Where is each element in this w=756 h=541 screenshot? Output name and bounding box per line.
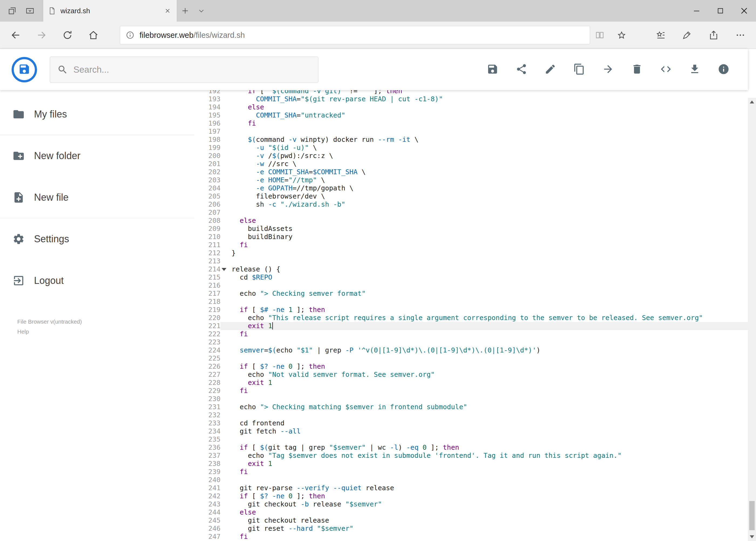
code-line-201[interactable]: 201 -w //src \ — [194, 160, 748, 168]
sidebar-item-logout[interactable]: Logout — [0, 260, 194, 301]
code-line-193[interactable]: 193 COMMIT_SHA="$(git rev-parse HEAD | c… — [194, 95, 748, 103]
scroll-down-icon[interactable] — [750, 535, 754, 538]
code-line-207[interactable]: 207 — [194, 209, 748, 217]
code-line-194[interactable]: 194 else — [194, 103, 748, 111]
browser-tab[interactable]: wizard.sh — [43, 0, 177, 22]
code-line-216[interactable]: 216 — [194, 281, 748, 289]
code-line-244[interactable]: 244 else — [194, 508, 748, 516]
code-line-221[interactable]: 221 exit 1 — [194, 322, 748, 330]
share-button[interactable] — [512, 60, 531, 79]
tab-preview-icon[interactable] — [21, 0, 39, 22]
code-line-235[interactable]: 235 — [194, 435, 748, 443]
back-button[interactable] — [3, 22, 29, 49]
code-line-247[interactable]: 247 fi — [194, 533, 748, 541]
code-line-196[interactable]: 196 fi — [194, 119, 748, 128]
code-line-232[interactable]: 232 — [194, 411, 748, 419]
code-line-219[interactable]: 219 if [ $# -ne 1 ]; then — [194, 306, 748, 314]
search-box[interactable] — [50, 56, 319, 83]
reading-view-icon[interactable] — [590, 22, 610, 49]
code-line-226[interactable]: 226 if [ $? -ne 0 ]; then — [194, 362, 748, 370]
scroll-up-icon[interactable] — [750, 101, 754, 104]
code-line-212[interactable]: 212} — [194, 249, 748, 257]
home-button[interactable] — [81, 22, 106, 49]
code-line-220[interactable]: 220 echo "This release script requires a… — [194, 314, 748, 322]
code-line-209[interactable]: 209 buildAssets — [194, 225, 748, 233]
site-info-icon[interactable] — [126, 31, 135, 40]
scrollbar-thumb[interactable] — [749, 501, 755, 530]
hub-icon[interactable] — [648, 22, 674, 49]
code-line-214[interactable]: 214release () { — [194, 265, 748, 273]
code-line-198[interactable]: 198 $(command -v winpty) docker run --rm… — [194, 136, 748, 144]
code-line-243[interactable]: 243 git checkout -b release "$semver" — [194, 500, 748, 508]
favorite-star-icon[interactable] — [610, 22, 634, 49]
browser-share-icon[interactable] — [700, 22, 727, 49]
tab-dropdown-icon[interactable] — [193, 0, 209, 22]
code-line-246[interactable]: 246 git reset --hard "$semver" — [194, 525, 748, 533]
move-button[interactable] — [599, 60, 618, 79]
address-bar[interactable]: filebrowser.web/files/wizard.sh — [120, 26, 590, 44]
code-line-234[interactable]: 234 git fetch --all — [194, 427, 748, 435]
tab-close-icon[interactable] — [162, 5, 173, 17]
code-line-205[interactable]: 205 filebrowser/dev \ — [194, 192, 748, 201]
help-link[interactable]: Help — [17, 326, 82, 336]
code-line-199[interactable]: 199 -u "$(id -u)" \ — [194, 144, 748, 152]
code-line-237[interactable]: 237 echo "Tag $semver does not exist in … — [194, 452, 748, 460]
page-scrollbar[interactable] — [748, 98, 756, 541]
code-editor[interactable]: 192 if [ "$(command -v git)" != "" ]; th… — [194, 49, 748, 541]
filebrowser-logo[interactable] — [12, 57, 37, 82]
code-line-233[interactable]: 233 cd frontend — [194, 419, 748, 427]
code-line-242[interactable]: 242 if [ $? -ne 0 ]; then — [194, 492, 748, 500]
code-line-213[interactable]: 213 — [194, 257, 748, 265]
code-line-217[interactable]: 217 echo "> Checking semver format" — [194, 289, 748, 297]
delete-button[interactable] — [627, 60, 647, 79]
code-line-240[interactable]: 240 — [194, 476, 748, 484]
window-close-button[interactable] — [732, 0, 756, 22]
download-button[interactable] — [685, 60, 704, 79]
set-tabs-aside-icon[interactable] — [3, 0, 21, 22]
sidebar-item-my-files[interactable]: My files — [0, 94, 194, 135]
code-line-230[interactable]: 230 — [194, 395, 748, 403]
window-minimize-button[interactable] — [685, 0, 708, 22]
fold-arrow-icon[interactable] — [222, 268, 226, 271]
code-line-204[interactable]: 204 -e GOPATH=//tmp/gopath \ — [194, 184, 748, 192]
new-tab-button[interactable] — [177, 0, 193, 22]
code-line-197[interactable]: 197 — [194, 128, 748, 136]
code-line-229[interactable]: 229 fi — [194, 387, 748, 395]
editor-view-button[interactable] — [656, 60, 675, 79]
refresh-button[interactable] — [55, 22, 81, 49]
copy-button[interactable] — [570, 60, 589, 79]
code-line-238[interactable]: 238 exit 1 — [194, 460, 748, 468]
info-button[interactable] — [714, 60, 733, 79]
sidebar-item-new-folder[interactable]: New folder — [0, 135, 194, 177]
more-menu-icon[interactable] — [727, 22, 754, 49]
code-line-223[interactable]: 223 — [194, 338, 748, 346]
code-line-200[interactable]: 200 -v /$(pwd):/src:z \ — [194, 152, 748, 160]
sidebar-item-new-file[interactable]: New file — [0, 177, 194, 218]
code-line-215[interactable]: 215 cd $REPO — [194, 273, 748, 281]
code-line-227[interactable]: 227 echo "Not valid semver format. See s… — [194, 370, 748, 379]
window-maximize-button[interactable] — [708, 0, 732, 22]
code-line-222[interactable]: 222 fi — [194, 330, 748, 338]
code-line-210[interactable]: 210 buildBinary — [194, 233, 748, 241]
code-line-228[interactable]: 228 exit 1 — [194, 379, 748, 387]
code-line-225[interactable]: 225 — [194, 354, 748, 362]
code-line-206[interactable]: 206 sh -c "./wizard.sh -b" — [194, 201, 748, 209]
code-line-239[interactable]: 239 fi — [194, 468, 748, 476]
code-line-195[interactable]: 195 COMMIT_SHA="untracked" — [194, 111, 748, 119]
code-line-231[interactable]: 231 echo "> Checking matching $semver in… — [194, 403, 748, 411]
code-line-208[interactable]: 208 else — [194, 217, 748, 225]
code-line-245[interactable]: 245 git checkout release — [194, 516, 748, 525]
code-line-202[interactable]: 202 -e COMMIT_SHA=$COMMIT_SHA \ — [194, 168, 748, 176]
save-button[interactable] — [483, 60, 502, 79]
code-line-203[interactable]: 203 -e HOME="//tmp" \ — [194, 176, 748, 184]
forward-button[interactable] — [29, 22, 55, 49]
search-input[interactable] — [74, 65, 311, 75]
code-line-241[interactable]: 241 git rev-parse --verify --quiet relea… — [194, 484, 748, 492]
code-line-236[interactable]: 236 if [ $(git tag | grep "$semver" | wc… — [194, 443, 748, 452]
code-line-218[interactable]: 218 — [194, 297, 748, 306]
rename-button[interactable] — [541, 60, 560, 79]
code-line-211[interactable]: 211 fi — [194, 241, 748, 249]
web-note-pen-icon[interactable] — [674, 22, 700, 49]
sidebar-item-settings[interactable]: Settings — [0, 218, 194, 260]
code-line-224[interactable]: 224 semver=$(echo "$1" | grep -P '^v(0|[… — [194, 346, 748, 354]
